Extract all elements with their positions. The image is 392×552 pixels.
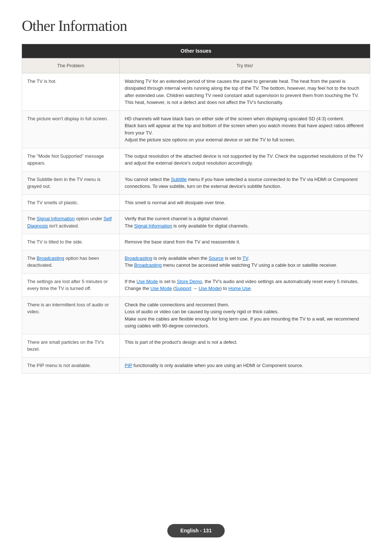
solution-cell: This smell is normal and will dissipate … bbox=[119, 194, 370, 211]
solution-cell: The output resolution of the attached de… bbox=[119, 148, 370, 171]
signal-info-link-problem[interactable]: Signal Information bbox=[37, 216, 75, 221]
problem-cell: There are small particles on the TV's be… bbox=[22, 334, 120, 357]
problem-cell: The TV is hot. bbox=[22, 73, 120, 110]
source-link[interactable]: Source bbox=[209, 255, 224, 261]
broadcasting-link-sol2[interactable]: Broadcasting bbox=[134, 262, 162, 268]
issues-table: The Problem Try this! The TV is hot. Wat… bbox=[22, 58, 370, 374]
table-row: The Subtitle item in the TV menu is gray… bbox=[22, 171, 370, 194]
use-mode-link3[interactable]: Use Mode bbox=[199, 286, 220, 291]
solution-cell: If the Use Mode is set to Store Demo, th… bbox=[119, 273, 370, 297]
table-row: The settings are lost after 5 minutes or… bbox=[22, 273, 370, 297]
problem-cell: The PIP menu is not available. bbox=[22, 357, 120, 374]
solution-cell: PIP functionality is only available when… bbox=[119, 357, 370, 374]
broadcasting-link-sol1[interactable]: Broadcasting bbox=[125, 255, 152, 261]
solution-cell: HD channels will have black bars on eith… bbox=[119, 110, 370, 148]
problem-cell: The Broadcasting option has been deactiv… bbox=[22, 250, 120, 273]
broadcasting-link-problem[interactable]: Broadcasting bbox=[37, 255, 64, 261]
use-mode-link1[interactable]: Use Mode bbox=[136, 279, 158, 284]
table-row: The "Mode Not Supported" message appears… bbox=[22, 148, 370, 171]
table-row: The TV smells of plastic. This smell is … bbox=[22, 194, 370, 211]
signal-info-link-solution[interactable]: Signal Information bbox=[134, 223, 172, 229]
problem-cell: The settings are lost after 5 minutes or… bbox=[22, 273, 120, 297]
problem-cell: The TV is tilted to the side. bbox=[22, 234, 120, 250]
problem-cell: There is an intermittent loss of audio o… bbox=[22, 297, 120, 334]
table-row: The Broadcasting option has been deactiv… bbox=[22, 250, 370, 273]
solution-cell: You cannot select the Subtitle menu if y… bbox=[119, 171, 370, 194]
problem-cell: The "Mode Not Supported" message appears… bbox=[22, 148, 120, 171]
support-link[interactable]: Support bbox=[175, 286, 192, 291]
tv-link[interactable]: TV bbox=[242, 255, 248, 261]
table-row: The PIP menu is not available. PIP funct… bbox=[22, 357, 370, 374]
solution-cell: Watching TV for an extended period of ti… bbox=[119, 73, 370, 110]
problem-cell: The Signal Information option under Self… bbox=[22, 211, 120, 234]
table-row: There is an intermittent loss of audio o… bbox=[22, 297, 370, 334]
home-use-link[interactable]: Home Use bbox=[228, 286, 250, 291]
pip-link[interactable]: PIP bbox=[125, 363, 132, 368]
col-header-try: Try this! bbox=[119, 59, 370, 73]
table-row: There are small particles on the TV's be… bbox=[22, 334, 370, 357]
table-row: The picture won't display in full screen… bbox=[22, 110, 370, 148]
solution-cell: Verify that the current channel is a dig… bbox=[119, 211, 370, 234]
store-demo-link[interactable]: Store Demo bbox=[177, 279, 202, 284]
use-mode-link2[interactable]: Use Mode bbox=[150, 286, 172, 291]
section-header: Other Issues bbox=[22, 44, 370, 58]
solution-cell: Check the cable connections and reconnec… bbox=[119, 297, 370, 334]
problem-cell: The TV smells of plastic. bbox=[22, 194, 120, 211]
footer: English - 131 bbox=[0, 524, 392, 537]
solution-cell: Remove the base stand from the TV and re… bbox=[119, 234, 370, 250]
solution-cell: Broadcasting is only available when the … bbox=[119, 250, 370, 273]
subtitle-link[interactable]: Subtitle bbox=[171, 177, 187, 182]
page-number-label: English - 131 bbox=[167, 524, 225, 537]
problem-cell: The picture won't display in full screen… bbox=[22, 110, 120, 148]
table-row: The TV is tilted to the side. Remove the… bbox=[22, 234, 370, 250]
problem-cell: The Subtitle item in the TV menu is gray… bbox=[22, 171, 120, 194]
col-header-problem: The Problem bbox=[22, 59, 120, 73]
table-row: The TV is hot. Watching TV for an extend… bbox=[22, 73, 370, 110]
page-title: Other Information bbox=[22, 15, 370, 37]
solution-cell: This is part of the product's design and… bbox=[119, 334, 370, 357]
table-row: The Signal Information option under Self… bbox=[22, 211, 370, 234]
